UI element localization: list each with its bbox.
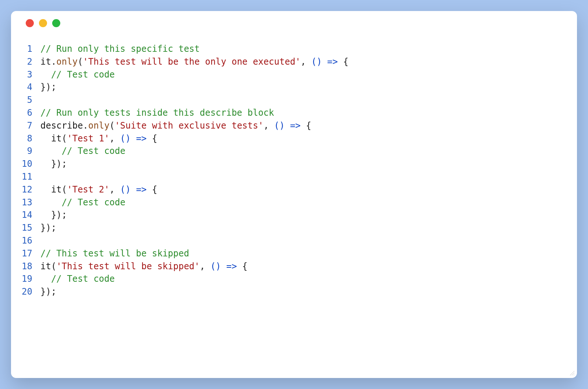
token: 'Suite with exclusive tests' (115, 120, 263, 131)
line-content[interactable]: // Test code (40, 145, 577, 158)
line-number: 2 (11, 55, 40, 68)
token (221, 261, 226, 271)
line-number: 7 (11, 119, 40, 132)
token: ( (78, 57, 83, 67)
token: , (110, 133, 120, 144)
line-number: 19 (11, 273, 40, 285)
token: }); (40, 82, 56, 92)
token: describe (40, 120, 83, 131)
code-line[interactable]: 11 (11, 170, 577, 183)
line-content[interactable]: }); (40, 285, 577, 298)
line-content[interactable] (40, 94, 577, 107)
window-titlebar (11, 11, 577, 35)
line-content[interactable] (40, 170, 577, 183)
token: }); (40, 159, 67, 169)
code-line[interactable]: 7describe.only('Suite with exclusive tes… (11, 119, 577, 132)
code-line[interactable]: 6// Run only tests inside this describe … (11, 107, 577, 119)
token (40, 274, 51, 284)
token: 'This test will be skipped' (56, 261, 200, 271)
code-line[interactable]: 19 // Test code (11, 273, 577, 285)
token: { (237, 261, 248, 271)
token: () (120, 133, 131, 144)
svg-line-2 (574, 375, 574, 375)
token: // Test code (51, 274, 115, 284)
code-line[interactable]: 9 // Test code (11, 145, 577, 158)
code-line[interactable]: 15}); (11, 221, 577, 234)
line-content[interactable]: }); (40, 209, 577, 221)
line-number: 20 (11, 285, 40, 298)
token: 'Test 2' (67, 184, 110, 195)
token: => (136, 133, 147, 144)
token: it (51, 133, 62, 144)
token (131, 133, 136, 144)
token (40, 146, 62, 156)
token: only (56, 57, 78, 67)
code-line[interactable]: 14 }); (11, 209, 577, 221)
token: => (327, 57, 338, 67)
token: => (226, 261, 237, 271)
line-content[interactable]: // Test code (40, 273, 577, 285)
line-number: 16 (11, 234, 40, 247)
line-content[interactable]: }); (40, 158, 577, 170)
code-editor[interactable]: 1// Run only this specific test2it.only(… (11, 35, 577, 378)
code-line[interactable]: 3 // Test code (11, 68, 577, 81)
token: // Run only this specific test (40, 44, 200, 54)
code-line[interactable]: 4}); (11, 81, 577, 94)
token (322, 57, 327, 67)
code-line[interactable]: 16 (11, 234, 577, 247)
token: , (263, 120, 274, 131)
close-icon[interactable] (26, 19, 34, 27)
token (40, 69, 51, 80)
line-number: 1 (11, 43, 40, 55)
code-line[interactable]: 17// This test will be skipped (11, 247, 577, 260)
line-content[interactable]: it.only('This test will be the only one … (40, 55, 577, 68)
code-line[interactable]: 18it('This test will be skipped', () => … (11, 260, 577, 273)
line-content[interactable]: describe.only('Suite with exclusive test… (40, 119, 577, 132)
token: () (274, 120, 285, 131)
line-content[interactable]: }); (40, 81, 577, 94)
code-line[interactable]: 20}); (11, 285, 577, 298)
line-content[interactable]: // Test code (40, 196, 577, 209)
token: 'This test will be the only one executed… (83, 57, 301, 67)
token: { (147, 133, 157, 144)
code-line[interactable]: 8 it('Test 1', () => { (11, 132, 577, 145)
line-content[interactable]: // Run only tests inside this describe b… (40, 107, 577, 119)
token: // Test code (51, 69, 115, 80)
token: . (51, 57, 56, 67)
line-content[interactable]: // This test will be skipped (40, 247, 577, 260)
line-content[interactable] (40, 234, 577, 247)
code-line[interactable]: 1// Run only this specific test (11, 43, 577, 55)
line-number: 10 (11, 158, 40, 170)
token: { (338, 57, 348, 67)
token: => (136, 184, 147, 195)
line-content[interactable]: it('This test will be skipped', () => { (40, 260, 577, 273)
line-number: 13 (11, 196, 40, 209)
line-content[interactable]: // Test code (40, 68, 577, 81)
code-line[interactable]: 10 }); (11, 158, 577, 170)
line-content[interactable]: // Run only this specific test (40, 43, 577, 55)
zoom-icon[interactable] (52, 19, 60, 27)
token: . (83, 120, 88, 131)
code-line[interactable]: 2it.only('This test will be the only one… (11, 55, 577, 68)
token (285, 120, 290, 131)
code-line[interactable]: 5 (11, 94, 577, 107)
line-content[interactable]: }); (40, 221, 577, 234)
line-number: 5 (11, 94, 40, 107)
token (40, 197, 62, 208)
token (131, 184, 136, 195)
token: ( (62, 133, 67, 144)
line-content[interactable]: it('Test 2', () => { (40, 183, 577, 196)
token: () (210, 261, 221, 271)
token: { (301, 120, 311, 131)
token: ( (62, 184, 67, 195)
code-line[interactable]: 12 it('Test 2', () => { (11, 183, 577, 196)
line-number: 9 (11, 145, 40, 158)
minimize-icon[interactable] (39, 19, 47, 27)
token: => (290, 120, 301, 131)
token: // Run only tests inside this describe b… (40, 108, 274, 118)
resize-handle-icon[interactable] (569, 370, 575, 376)
code-line[interactable]: 13 // Test code (11, 196, 577, 209)
token: it (40, 57, 51, 67)
token: }); (40, 287, 56, 297)
line-content[interactable]: it('Test 1', () => { (40, 132, 577, 145)
